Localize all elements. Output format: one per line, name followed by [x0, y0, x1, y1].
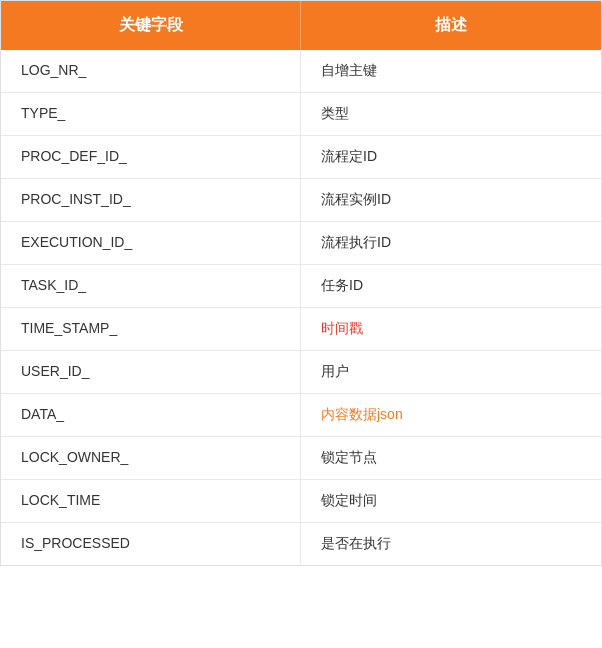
table-cell-key: LOG_NR_	[1, 50, 301, 92]
table-body: LOG_NR_自增主键TYPE_类型PROC_DEF_ID_流程定IDPROC_…	[1, 50, 601, 565]
table-cell-desc: 流程实例ID	[301, 179, 601, 221]
header-key-column: 关键字段	[1, 1, 301, 50]
table-row: LOCK_OWNER_锁定节点	[1, 437, 601, 480]
table-cell-key: LOCK_TIME	[1, 480, 301, 522]
table-row: TYPE_类型	[1, 93, 601, 136]
table-row: PROC_INST_ID_流程实例ID	[1, 179, 601, 222]
table-cell-key: DATA_	[1, 394, 301, 436]
table-cell-desc: 时间戳	[301, 308, 601, 350]
table-cell-key: IS_PROCESSED	[1, 523, 301, 565]
table-row: LOCK_TIME锁定时间	[1, 480, 601, 523]
table-cell-desc: 锁定节点	[301, 437, 601, 479]
table-cell-desc: 流程定ID	[301, 136, 601, 178]
table-row: LOG_NR_自增主键	[1, 50, 601, 93]
table-header: 关键字段 描述	[1, 1, 601, 50]
header-key-label: 关键字段	[119, 16, 183, 33]
header-desc-column: 描述	[301, 1, 601, 50]
table-cell-desc: 自增主键	[301, 50, 601, 92]
table-cell-key: TIME_STAMP_	[1, 308, 301, 350]
table-cell-key: TYPE_	[1, 93, 301, 135]
table-cell-key: EXECUTION_ID_	[1, 222, 301, 264]
table-row: TIME_STAMP_时间戳	[1, 308, 601, 351]
table-row: IS_PROCESSED是否在执行	[1, 523, 601, 565]
table-row: TASK_ID_任务ID	[1, 265, 601, 308]
table-row: DATA_内容数据json	[1, 394, 601, 437]
table-row: EXECUTION_ID_流程执行ID	[1, 222, 601, 265]
data-table: 关键字段 描述 LOG_NR_自增主键TYPE_类型PROC_DEF_ID_流程…	[0, 0, 602, 566]
table-cell-desc: 锁定时间	[301, 480, 601, 522]
header-desc-label: 描述	[435, 16, 467, 33]
table-cell-key: PROC_INST_ID_	[1, 179, 301, 221]
table-cell-desc: 流程执行ID	[301, 222, 601, 264]
table-cell-desc: 是否在执行	[301, 523, 601, 565]
table-row: USER_ID_用户	[1, 351, 601, 394]
table-cell-desc: 任务ID	[301, 265, 601, 307]
table-cell-key: TASK_ID_	[1, 265, 301, 307]
table-row: PROC_DEF_ID_流程定ID	[1, 136, 601, 179]
table-cell-key: LOCK_OWNER_	[1, 437, 301, 479]
table-cell-desc: 类型	[301, 93, 601, 135]
table-cell-key: PROC_DEF_ID_	[1, 136, 301, 178]
table-cell-key: USER_ID_	[1, 351, 301, 393]
table-cell-desc: 内容数据json	[301, 394, 601, 436]
table-cell-desc: 用户	[301, 351, 601, 393]
